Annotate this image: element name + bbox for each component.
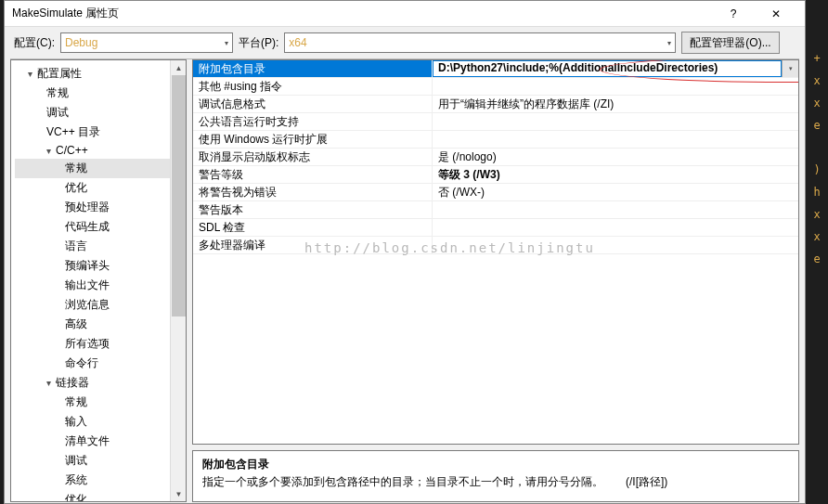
help-button[interactable]: ? [712, 1, 755, 27]
tree-item[interactable]: 所有选项 [15, 334, 186, 354]
property-row[interactable]: 其他 #using 指令 [193, 78, 798, 96]
watermark-text: http://blog.csdn.net/linjingtu [304, 240, 595, 255]
scroll-up-icon[interactable]: ▲ [171, 60, 187, 75]
tree-item[interactable]: 预编译头 [15, 256, 186, 276]
property-value[interactable] [433, 78, 798, 95]
property-name: 将警告视为错误 [193, 184, 433, 200]
property-value[interactable] [433, 113, 798, 130]
tree-item[interactable]: 输入 [15, 412, 186, 432]
tree-item[interactable]: 高级 [15, 315, 186, 334]
description-panel: 附加包含目录 指定一个或多个要添加到包含路径中的目录；当目录不止一个时，请用分号… [192, 450, 799, 502]
property-row[interactable]: 取消显示启动版权标志是 (/nologo) [193, 149, 798, 166]
background-editor: +xxe)hxxe [806, 0, 828, 504]
description-title: 附加包含目录 [202, 457, 789, 472]
property-value[interactable]: 否 (/WX-) [433, 184, 798, 200]
property-row[interactable]: 公共语言运行时支持 [193, 113, 798, 131]
property-value[interactable]: 等级 3 (/W3) [433, 166, 798, 183]
tree-scrollbar[interactable]: ▲ ▼ [170, 60, 186, 501]
property-name: 附加包含目录 [193, 60, 433, 77]
tree-item[interactable]: 调试 [15, 451, 186, 471]
property-value[interactable] [433, 201, 798, 218]
configuration-label: 配置(C): [14, 35, 55, 51]
description-body: 指定一个或多个要添加到包含路径中的目录；当目录不止一个时，请用分号分隔。 (/I… [202, 474, 789, 490]
tree-item[interactable]: 输出文件 [15, 276, 186, 295]
property-name: SDL 检查 [193, 219, 433, 236]
chevron-down-icon: ▾ [667, 39, 671, 47]
tree-item[interactable]: 常规 [15, 84, 186, 103]
property-name: 取消显示启动版权标志 [193, 149, 433, 165]
caret-icon: ▾ [28, 69, 37, 79]
tree-item[interactable]: 命令行 [15, 354, 186, 373]
tree-item[interactable]: 清单文件 [15, 432, 186, 451]
platform-value: x64 [289, 36, 306, 49]
close-button[interactable]: ✕ [755, 1, 797, 27]
tree-item[interactable]: 代码生成 [15, 217, 186, 237]
scroll-down-icon[interactable]: ▼ [171, 486, 187, 501]
property-row[interactable]: SDL 检查 [193, 219, 798, 237]
property-name: 公共语言运行时支持 [193, 113, 433, 130]
scroll-thumb[interactable] [172, 75, 186, 317]
category-tree: ▾配置属性常规调试VC++ 目录▾C/C++常规优化预处理器代码生成语言预编译头… [10, 59, 187, 502]
tree-item[interactable]: ▾C/C++ [15, 142, 186, 159]
tree-item[interactable]: 常规 [15, 393, 186, 412]
property-value[interactable]: 是 (/nologo) [433, 149, 798, 165]
property-row[interactable]: 调试信息格式用于“编辑并继续”的程序数据库 (/ZI) [193, 96, 798, 113]
property-name: 其他 #using 指令 [193, 78, 433, 95]
configuration-combo[interactable]: Debug ▾ [60, 32, 233, 53]
property-value[interactable]: D:\Python27\include;%(AdditionalIncludeD… [433, 60, 782, 77]
platform-label: 平台(P): [239, 35, 278, 51]
tree-item[interactable]: 浏览信息 [15, 295, 186, 315]
property-name: 调试信息格式 [193, 96, 433, 112]
tree-item[interactable]: 优化 [15, 178, 186, 198]
property-row[interactable]: 使用 Windows 运行时扩展 [193, 131, 798, 149]
property-name: 警告等级 [193, 166, 433, 183]
tree-item[interactable]: VC++ 目录 [15, 123, 186, 142]
toolbar: 配置(C): Debug ▾ 平台(P): x64 ▾ 配置管理器(O)... [5, 27, 805, 58]
property-row[interactable]: 将警告视为错误否 (/WX-) [193, 184, 798, 201]
tree-item[interactable]: 常规 [15, 159, 186, 178]
configuration-value: Debug [65, 36, 97, 49]
chevron-down-icon: ▾ [225, 39, 228, 47]
property-pages-dialog: MakeSimulate 属性页 ? ✕ 配置(C): Debug ▾ 平台(P… [4, 0, 806, 504]
tree-item[interactable]: 调试 [15, 103, 186, 123]
dropdown-icon[interactable]: ▾ [782, 60, 798, 77]
titlebar: MakeSimulate 属性页 ? ✕ [5, 1, 805, 27]
property-grid: http://blog.csdn.net/linjingtu 附加包含目录D:\… [192, 59, 799, 445]
property-name: 警告版本 [193, 201, 433, 218]
tree-item[interactable]: ▾链接器 [15, 373, 186, 393]
tree-item[interactable]: 预处理器 [15, 198, 186, 217]
property-row[interactable]: 附加包含目录D:\Python27\include;%(AdditionalIn… [193, 60, 798, 78]
property-value[interactable]: 用于“编辑并继续”的程序数据库 (/ZI) [433, 96, 798, 112]
property-row[interactable]: 警告等级等级 3 (/W3) [193, 166, 798, 184]
platform-combo[interactable]: x64 ▾ [284, 32, 676, 53]
caret-icon: ▾ [46, 146, 56, 156]
tree-item[interactable]: 系统 [15, 471, 186, 490]
property-name: 使用 Windows 运行时扩展 [193, 131, 433, 148]
property-row[interactable]: 警告版本 [193, 201, 798, 219]
property-value[interactable] [433, 131, 798, 148]
tree-item[interactable]: 优化 [15, 490, 186, 501]
caret-icon: ▾ [46, 378, 56, 388]
tree-item[interactable]: 语言 [15, 237, 186, 256]
configuration-manager-button[interactable]: 配置管理器(O)... [681, 32, 779, 54]
property-value[interactable] [433, 219, 798, 236]
tree-item[interactable]: ▾配置属性 [15, 64, 186, 84]
window-title: MakeSimulate 属性页 [12, 6, 712, 21]
